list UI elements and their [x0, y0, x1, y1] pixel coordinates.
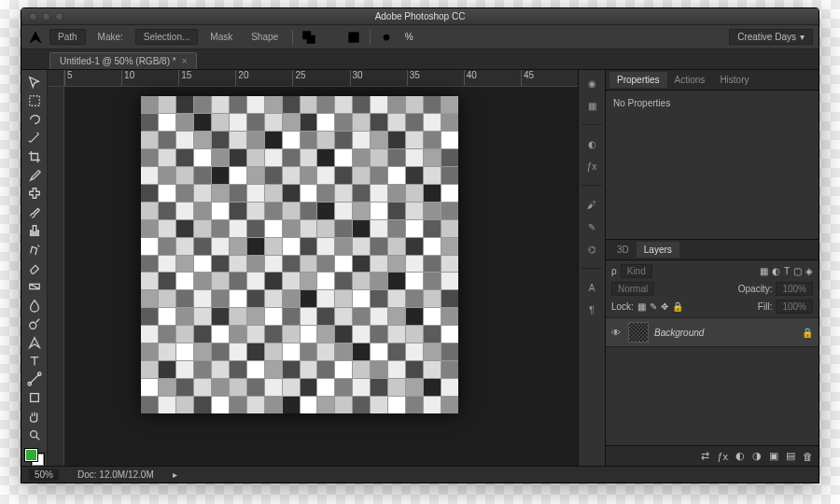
lock-trans-icon[interactable]: ▦ [637, 301, 646, 312]
status-chevron-icon[interactable]: ▸ [173, 469, 177, 480]
path-tool[interactable] [24, 371, 45, 388]
lock-icon[interactable]: 🔒 [802, 328, 813, 338]
move-tool[interactable] [24, 74, 45, 91]
color-panel-icon[interactable]: ◉ [582, 76, 601, 91]
pixel [141, 379, 158, 396]
pixel [317, 220, 334, 237]
gradient-tool[interactable] [24, 278, 45, 295]
brush-tool[interactable] [24, 203, 45, 220]
tab-actions[interactable]: Actions [667, 72, 713, 88]
type-tool[interactable] [24, 353, 45, 370]
pixel [230, 132, 246, 148]
history-tool[interactable] [24, 241, 45, 258]
canvas-document[interactable] [141, 96, 458, 413]
pixel [424, 361, 441, 378]
fx-icon[interactable]: ƒx [717, 451, 728, 462]
stamp-tool[interactable] [24, 222, 45, 239]
color-swatches[interactable] [25, 449, 44, 466]
char-panel-icon[interactable]: A [582, 280, 601, 295]
brush-panel-icon[interactable]: 🖌 [582, 197, 601, 212]
pixel [424, 326, 441, 343]
style-panel-icon[interactable]: ƒx [582, 159, 601, 174]
filter-type-icon[interactable]: T [784, 266, 790, 276]
wand-tool[interactable] [24, 130, 45, 147]
filter-shape-icon[interactable]: ▢ [793, 266, 802, 276]
opacity-field[interactable]: 100% [776, 282, 813, 296]
pixel [212, 326, 229, 343]
filter-smart-icon[interactable]: ◈ [805, 266, 813, 276]
titlebar[interactable]: Adobe Photoshop CC [21, 8, 819, 25]
brush2-panel-icon[interactable]: ✎ [582, 219, 601, 234]
marquee-tool[interactable] [24, 92, 45, 109]
mask-icon[interactable]: ◐ [735, 450, 745, 462]
ruler-corner[interactable] [48, 70, 64, 87]
path-ops-icon[interactable] [301, 29, 317, 46]
ruler-horizontal[interactable]: 51015202530354045 [64, 70, 578, 87]
filter-adjust-icon[interactable]: ◐ [772, 266, 780, 276]
clone-panel-icon[interactable]: ⌬ [582, 242, 601, 257]
tab-layers[interactable]: Layers [637, 242, 679, 258]
document-tab[interactable]: Untitled-1 @ 50% (RGB/8) * × [49, 52, 197, 69]
pixel [424, 114, 441, 131]
pixel [230, 273, 246, 289]
close-tab-icon[interactable]: × [182, 56, 188, 66]
arrange-icon[interactable] [345, 29, 362, 46]
make-selection-button[interactable]: Selection... [135, 29, 198, 45]
new-layer-icon[interactable]: ▤ [786, 450, 795, 462]
crop-tool[interactable] [24, 148, 45, 165]
pixel [247, 96, 264, 113]
zoom-field[interactable]: 50% [29, 469, 59, 481]
pixel [301, 149, 317, 166]
eyedrop-tool[interactable] [24, 167, 45, 184]
lock-pixel-icon[interactable]: ✎ [650, 301, 657, 312]
canvas-area[interactable]: 51015202530354045 [48, 70, 578, 466]
layer-thumbnail[interactable] [628, 322, 649, 343]
pixel [353, 132, 370, 148]
pen-tool[interactable] [24, 334, 45, 351]
gear-icon[interactable] [378, 29, 395, 46]
fill-field[interactable]: 100% [776, 300, 813, 314]
ruler-vertical[interactable] [48, 87, 64, 466]
pixel [230, 96, 246, 113]
swatch-panel-icon[interactable]: ▦ [582, 98, 601, 113]
make-mask-button[interactable]: Mask [203, 29, 239, 45]
visibility-icon[interactable]: 👁 [611, 328, 623, 338]
tab-properties[interactable]: Properties [609, 72, 667, 88]
link-layers-icon[interactable]: ⇄ [701, 450, 709, 462]
rect-tool[interactable] [24, 389, 45, 406]
path-mode-select[interactable]: path [49, 29, 86, 45]
tab-3d[interactable]: 3D [609, 242, 637, 258]
layer-row[interactable]: 👁 Background 🔒 [606, 318, 819, 347]
pixel [371, 361, 387, 378]
filter-kind-select[interactable]: Kind [621, 264, 652, 278]
pixel [230, 203, 246, 219]
adjustment-icon[interactable]: ◑ [752, 450, 762, 462]
lock-pos-icon[interactable]: ✥ [661, 301, 668, 312]
dodge-tool[interactable] [24, 315, 45, 332]
make-shape-button[interactable]: Shape [245, 29, 285, 45]
pixel [388, 379, 405, 396]
hand-tool[interactable] [24, 408, 45, 425]
pen-tool-icon[interactable] [27, 29, 44, 46]
group-icon[interactable]: ▣ [769, 450, 778, 462]
adjust-panel-icon[interactable]: ◐ [582, 136, 601, 151]
align-icon[interactable] [323, 29, 340, 46]
lasso-tool[interactable] [24, 111, 45, 128]
lock-all-icon[interactable]: 🔒 [672, 301, 683, 312]
pixel [388, 273, 405, 289]
para-panel-icon[interactable]: ¶ [582, 302, 601, 317]
blend-mode-select[interactable]: Normal [611, 282, 654, 296]
zoom-tool[interactable] [24, 427, 45, 443]
pixel [283, 167, 300, 184]
trash-icon[interactable]: 🗑 [803, 451, 813, 462]
layers-footer: ⇄ ƒx ◐ ◑ ▣ ▤ 🗑 [606, 445, 819, 466]
foreground-color-swatch[interactable] [25, 449, 37, 461]
tab-history[interactable]: History [712, 72, 756, 88]
heal-tool[interactable] [24, 185, 45, 202]
layer-name[interactable]: Background [654, 328, 796, 338]
filter-pixel-icon[interactable]: ▦ [760, 266, 768, 276]
blur-tool[interactable] [24, 297, 45, 314]
eraser-tool[interactable] [24, 259, 45, 276]
workspace-switcher[interactable]: Creative Days ▾ [729, 29, 813, 45]
rubber-band-icon[interactable]: % [400, 29, 417, 46]
